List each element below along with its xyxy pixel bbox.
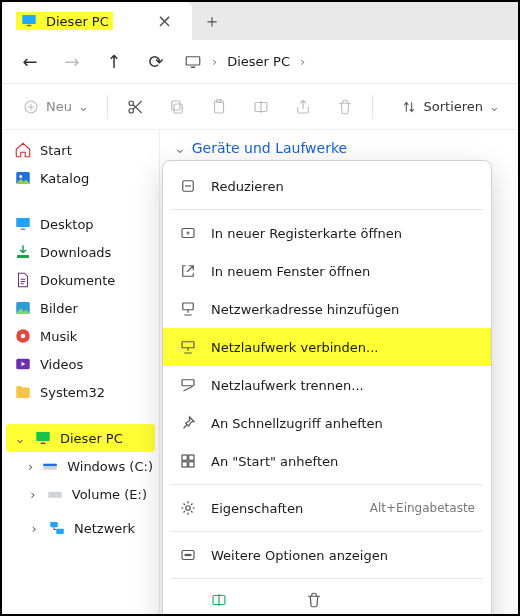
svg-point-19 xyxy=(21,334,26,339)
svg-point-6 xyxy=(129,101,134,106)
context-item-label: Netzlaufwerk verbinden... xyxy=(211,340,475,355)
scissors-icon xyxy=(126,98,144,116)
separator xyxy=(171,484,483,485)
svg-rect-33 xyxy=(182,455,187,460)
context-item-add-network-location[interactable]: Netzwerkadresse hinzufügen xyxy=(163,290,491,328)
content-pane: ⌄ Geräte und Laufwerke Reduzieren In neu… xyxy=(160,130,518,616)
new-tab-button[interactable]: ＋ xyxy=(192,2,232,40)
sidebar-item-katalog[interactable]: Katalog xyxy=(6,164,155,192)
copy-icon xyxy=(168,98,186,116)
sidebar-item-dokumente[interactable]: Dokumente xyxy=(6,266,155,294)
pin-icon xyxy=(179,414,197,432)
context-item-label: Weitere Optionen anzeigen xyxy=(211,548,475,563)
picture-icon xyxy=(14,299,32,317)
separator xyxy=(171,209,483,210)
sidebar-item-desktop[interactable]: Desktop xyxy=(6,210,155,238)
new-label: Neu xyxy=(46,99,72,114)
chevron-right-icon: › xyxy=(212,54,217,69)
sidebar-item-label: System32 xyxy=(40,385,105,400)
tree-item-this-pc[interactable]: ⌄ Dieser PC xyxy=(6,424,155,452)
context-item-disconnect-network-drive[interactable]: Netzlaufwerk trennen... xyxy=(163,366,491,404)
collapse-icon xyxy=(179,177,197,195)
context-menu: Reduzieren In neuer Registerkarte öffnen… xyxy=(162,160,492,616)
document-icon xyxy=(14,271,32,289)
network-add-icon xyxy=(179,300,197,318)
svg-rect-34 xyxy=(189,455,194,460)
section-title: Geräte und Laufwerke xyxy=(192,140,347,156)
tree-item-label: Volume (E:) xyxy=(72,487,147,502)
chevron-right-icon[interactable]: › xyxy=(300,54,305,69)
forward-button[interactable]: → xyxy=(54,46,90,78)
svg-rect-2 xyxy=(186,56,200,64)
copy-button[interactable] xyxy=(158,91,196,123)
context-item-label: In neuer Registerkarte öffnen xyxy=(211,226,475,241)
active-tab[interactable]: Dieser PC × xyxy=(2,2,192,40)
svg-rect-36 xyxy=(189,462,194,467)
tree-item-drive-c[interactable]: › Windows (C:) xyxy=(6,452,155,480)
video-icon xyxy=(14,355,32,373)
context-item-open-new-window[interactable]: In neuem Fenster öffnen xyxy=(163,252,491,290)
separator xyxy=(171,578,483,579)
sidebar-item-system32[interactable]: System32 xyxy=(6,378,155,406)
home-icon xyxy=(14,141,32,159)
sidebar-item-start[interactable]: Start xyxy=(6,136,155,164)
context-item-pin-quick-access[interactable]: An Schnellzugriff anheften xyxy=(163,404,491,442)
svg-rect-24 xyxy=(43,464,57,466)
svg-rect-22 xyxy=(41,443,46,445)
tree-item-label: Windows (C:) xyxy=(67,459,153,474)
sidebar-item-bilder[interactable]: Bilder xyxy=(6,294,155,322)
context-item-label: Netzlaufwerk trennen... xyxy=(211,378,475,393)
drive-icon xyxy=(46,485,64,503)
context-item-map-network-drive[interactable]: Netzlaufwerk verbinden... xyxy=(163,328,491,366)
desktop-icon xyxy=(14,215,32,233)
context-item-pin-start[interactable]: An "Start" anheften xyxy=(163,442,491,480)
drive-icon xyxy=(41,457,59,475)
context-item-open-new-tab[interactable]: In neuer Registerkarte öffnen xyxy=(163,214,491,252)
sidebar-item-label: Bilder xyxy=(40,301,78,316)
sidebar-item-downloads[interactable]: Downloads xyxy=(6,238,155,266)
network-icon xyxy=(48,519,66,537)
music-icon xyxy=(14,327,32,345)
svg-rect-14 xyxy=(16,218,30,227)
rename-button[interactable] xyxy=(242,91,280,123)
sidebar-item-videos[interactable]: Videos xyxy=(6,350,155,378)
address-bar[interactable]: › Dieser PC › xyxy=(180,53,305,71)
svg-rect-16 xyxy=(17,255,29,258)
expand-toggle[interactable]: › xyxy=(28,521,40,536)
sort-button[interactable]: Sortieren ⌄ xyxy=(392,98,508,116)
command-bar: Neu ⌄ Sortieren ⌄ xyxy=(2,84,518,130)
delete-button[interactable] xyxy=(326,91,364,123)
context-item-properties[interactable]: Eigenschaften Alt+Eingabetaste xyxy=(163,489,491,527)
svg-rect-26 xyxy=(50,522,58,527)
monitor-icon xyxy=(20,12,38,30)
context-action-rename[interactable]: Umbenennen xyxy=(179,591,260,616)
sidebar-item-musik[interactable]: Musik xyxy=(6,322,155,350)
back-button[interactable]: ← xyxy=(12,46,48,78)
close-tab-button[interactable]: × xyxy=(151,10,178,32)
properties-icon xyxy=(179,499,197,517)
refresh-button[interactable]: ⟳ xyxy=(138,46,174,78)
cut-button[interactable] xyxy=(116,91,154,123)
sidebar-item-label: Desktop xyxy=(40,217,94,232)
svg-rect-1 xyxy=(27,25,32,27)
tab-bar: Dieser PC × ＋ xyxy=(2,2,518,40)
chevron-down-icon: ⌄ xyxy=(78,99,89,114)
expand-toggle[interactable]: › xyxy=(28,487,38,502)
up-button[interactable]: ↑ xyxy=(96,46,132,78)
chevron-down-icon: ⌄ xyxy=(174,140,186,156)
svg-rect-25 xyxy=(48,492,62,498)
new-button[interactable]: Neu ⌄ xyxy=(12,91,99,123)
context-item-more-options[interactable]: Weitere Optionen anzeigen xyxy=(163,536,491,574)
svg-rect-35 xyxy=(182,462,187,467)
sidebar-item-label: Start xyxy=(40,143,72,158)
context-action-delete[interactable]: Löschen xyxy=(290,591,339,616)
tree-item-network[interactable]: › Netzwerk xyxy=(6,514,155,542)
svg-point-37 xyxy=(186,506,191,511)
expand-toggle[interactable]: ⌄ xyxy=(14,431,26,446)
tree-item-drive-e[interactable]: › Volume (E:) xyxy=(6,480,155,508)
open-external-icon xyxy=(179,262,197,280)
context-item-collapse[interactable]: Reduzieren xyxy=(163,167,491,205)
expand-toggle[interactable]: › xyxy=(28,459,33,474)
paste-button[interactable] xyxy=(200,91,238,123)
share-button[interactable] xyxy=(284,91,322,123)
